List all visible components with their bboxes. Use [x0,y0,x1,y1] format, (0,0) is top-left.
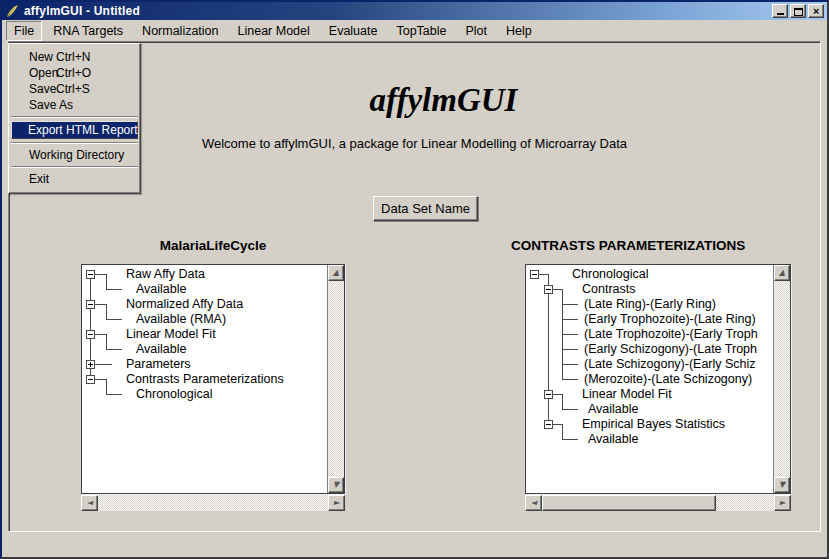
tree-item[interactable]: (Merozoite)-(Late Schizogony) [584,372,752,387]
tree-item[interactable]: Normalized Affy Data [126,297,243,312]
scroll-up-button[interactable]: ▲ [328,265,344,281]
tree-item[interactable]: (Late Trophozoite)-(Early Troph [584,327,758,342]
left-tree-content[interactable]: Raw Affy Data Available Normalized Affy … [82,265,327,493]
menubar: File RNA Targets Normalization Linear Mo… [2,21,827,41]
scroll-track[interactable] [774,281,790,477]
scroll-down-button[interactable]: ▼ [774,477,790,493]
vertical-scrollbar[interactable]: ▲ ▼ [773,265,790,493]
expand-toggle[interactable] [530,270,539,279]
tree-item[interactable]: Empirical Bayes Statistics [582,417,725,432]
maximize-icon [794,8,803,16]
menu-item-save-as[interactable]: Save As [9,97,140,113]
menu-help[interactable]: Help [498,21,540,41]
arrow-right-icon: ► [779,499,785,507]
left-tree: Raw Affy Data Available Normalized Affy … [81,264,345,511]
arrow-down-icon: ▼ [333,481,339,489]
menu-item-label: Export HTML Report [28,123,138,137]
scroll-down-button[interactable]: ▼ [328,477,344,493]
left-tree-title: MalariaLifeCycle [81,238,345,253]
tree-item[interactable]: (Late Ring)-(Early Ring) [584,297,716,312]
scroll-left-button[interactable]: ◄ [525,495,542,511]
tree-item[interactable]: (Early Trophozoite)-(Late Ring) [584,312,756,327]
vertical-scrollbar[interactable]: ▲ ▼ [327,265,344,493]
arrow-up-icon: ▲ [779,269,785,277]
menu-separator [11,166,138,168]
tree-item[interactable]: Parameters [126,357,191,372]
scroll-left-button[interactable]: ◄ [81,495,98,511]
window-controls: × [772,4,824,18]
expand-toggle[interactable] [544,285,553,294]
menu-file[interactable]: File [6,21,42,41]
menu-separator [11,116,138,118]
maximize-button[interactable] [790,4,806,18]
scroll-track[interactable] [98,495,328,511]
scroll-track[interactable] [542,495,774,511]
scroll-track[interactable] [328,281,344,477]
left-tree-box: Raw Affy Data Available Normalized Affy … [81,264,345,494]
menu-plot[interactable]: Plot [458,21,496,41]
file-menu: New Ctrl+N Open Ctrl+O Save Ctrl+S Save … [8,43,141,194]
menu-item-export-html-report[interactable]: Export HTML Report [11,121,138,139]
tree-item[interactable]: Available [136,282,187,297]
arrow-right-icon: ► [333,499,339,507]
right-tree-content[interactable]: Chronological Contrasts (Late Ring)-(Ear… [526,265,773,493]
tree-item[interactable]: Available (RMA) [136,312,226,327]
tree-item[interactable]: Available [588,432,639,447]
menu-item-accelerator: Ctrl+O [56,65,91,81]
scroll-thumb[interactable] [542,495,716,511]
menu-item-open[interactable]: Open Ctrl+O [9,65,140,81]
tree-item[interactable]: Available [588,402,639,417]
horizontal-scrollbar[interactable]: ◄ ► [81,495,345,511]
expand-toggle[interactable] [544,420,553,429]
right-tree-title: CONTRASTS PARAMETERIZATIONS [511,238,745,253]
expand-toggle[interactable] [544,390,553,399]
tree-connector-lines [82,265,327,450]
menu-item-label: Exit [29,172,49,186]
tree-item[interactable]: Chronological [136,387,212,402]
expand-toggle[interactable] [86,300,95,309]
arrow-down-icon: ▼ [779,481,785,489]
tree-item[interactable]: Contrasts Parameterizations [126,372,284,387]
menu-normalization[interactable]: Normalization [134,21,226,41]
menu-linear-model[interactable]: Linear Model [230,21,318,41]
menu-item-accelerator: Ctrl+S [56,81,90,97]
expand-toggle[interactable] [86,375,95,384]
scroll-right-button[interactable]: ► [328,495,345,511]
menu-item-accelerator: Ctrl+N [56,49,90,65]
app-window: affylmGUI - Untitled × File RNA Targets … [0,0,829,559]
menu-item-working-directory[interactable]: Working Directory [9,147,140,163]
menu-evaluate[interactable]: Evaluate [321,21,386,41]
menu-rna-targets[interactable]: RNA Targets [45,21,131,41]
data-set-name-button[interactable]: Data Set Name [373,196,478,221]
menu-item-label: Save As [29,98,73,112]
tree-item[interactable]: Contrasts [582,282,636,297]
scroll-right-button[interactable]: ► [774,495,791,511]
expand-toggle[interactable] [86,270,95,279]
menu-toptable[interactable]: TopTable [388,21,454,41]
minimize-button[interactable] [772,4,788,18]
tree-item[interactable]: (Early Schizogony)-(Late Troph [584,342,757,357]
menu-item-exit[interactable]: Exit [9,171,140,187]
menu-item-new[interactable]: New Ctrl+N [9,49,140,65]
tree-item[interactable]: Linear Model Fit [582,387,672,402]
arrow-left-icon: ◄ [530,499,536,507]
menu-item-label: Save [29,82,56,96]
tree-item[interactable]: Chronological [572,267,648,282]
right-tree-box: Chronological Contrasts (Late Ring)-(Ear… [525,264,791,494]
expand-toggle[interactable] [86,360,95,369]
tree-item[interactable]: Linear Model Fit [126,327,216,342]
menu-item-save[interactable]: Save Ctrl+S [9,81,140,97]
titlebar[interactable]: affylmGUI - Untitled × [2,2,827,20]
tree-item[interactable]: (Late Schizogony)-(Early Schiz [584,357,756,372]
expand-toggle[interactable] [86,330,95,339]
app-title: affylmGUI [67,82,820,119]
horizontal-scrollbar[interactable]: ◄ ► [525,495,791,511]
scroll-up-button[interactable]: ▲ [774,265,790,281]
minimize-icon [777,13,784,15]
close-button[interactable]: × [808,4,824,18]
tree-item[interactable]: Raw Affy Data [126,267,205,282]
close-icon: × [813,5,819,17]
window-title: affylmGUI - Untitled [24,4,772,18]
arrow-up-icon: ▲ [333,269,339,277]
tree-item[interactable]: Available [136,342,187,357]
